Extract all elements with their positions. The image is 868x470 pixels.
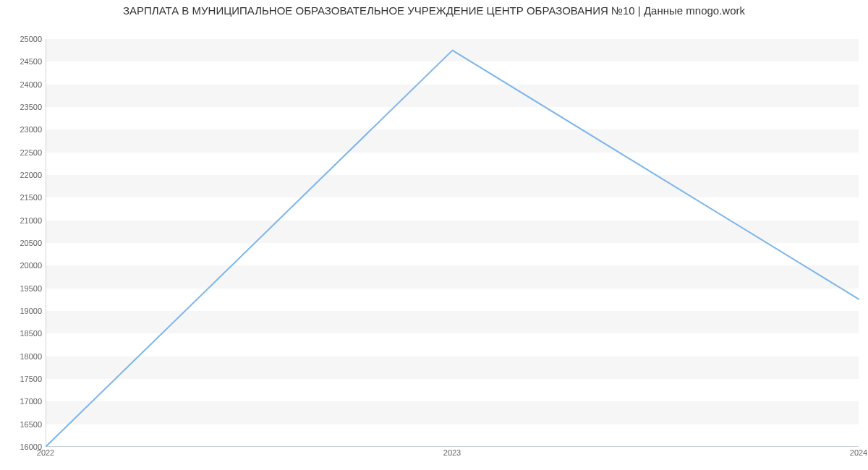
y-tick-label: 19000 — [20, 307, 42, 315]
x-tick-label: 2024 — [850, 448, 867, 457]
y-tick-label: 23000 — [20, 125, 42, 134]
line-series — [46, 39, 859, 446]
y-tick-label: 23500 — [20, 103, 42, 111]
y-tick-label: 17500 — [20, 375, 42, 383]
y-tick-label: 22500 — [20, 148, 42, 157]
y-tick-label: 21500 — [20, 193, 42, 202]
y-tick-label: 17000 — [20, 397, 42, 406]
chart-container: ЗАРПЛАТА В МУНИЦИПАЛЬНОЕ ОБРАЗОВАТЕЛЬНОЕ… — [0, 0, 868, 470]
y-tick-label: 20500 — [20, 239, 42, 247]
y-tick-label: 18500 — [20, 329, 42, 338]
x-axis-labels: 202220232024 — [46, 448, 859, 463]
y-tick-label: 24000 — [20, 80, 42, 89]
y-axis-labels: 1600016500170001750018000185001900019500… — [0, 39, 42, 447]
y-tick-label: 16500 — [20, 420, 42, 429]
y-tick-label: 18000 — [20, 352, 42, 361]
y-tick-label: 25000 — [20, 35, 42, 43]
x-tick-label: 2023 — [443, 448, 461, 457]
plot-area — [46, 39, 859, 447]
y-tick-label: 19500 — [20, 284, 42, 293]
x-tick-label: 2022 — [37, 448, 54, 457]
y-tick-label: 20000 — [20, 261, 42, 270]
chart-title: ЗАРПЛАТА В МУНИЦИПАЛЬНОЕ ОБРАЗОВАТЕЛЬНОЕ… — [0, 4, 868, 17]
y-tick-label: 22000 — [20, 171, 42, 179]
y-tick-label: 21000 — [20, 216, 42, 225]
y-tick-label: 24500 — [20, 57, 42, 66]
